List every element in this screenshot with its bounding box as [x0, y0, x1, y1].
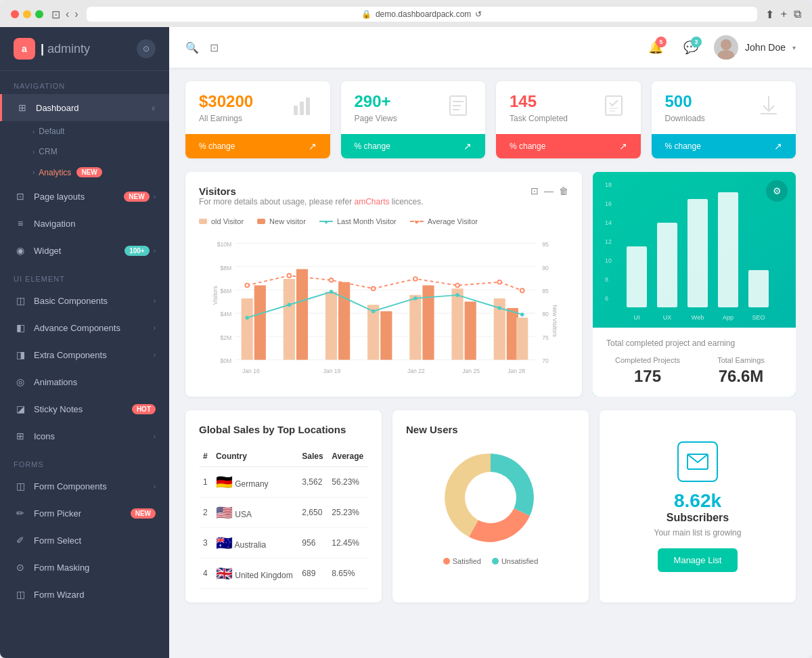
earnings-footer[interactable]: % change ↗ [185, 134, 330, 158]
row-avg: 12.45% [328, 528, 368, 558]
sidebar-item-label-form-wizard: Form Wizard [34, 590, 156, 600]
subscribers-count: 8.62k [674, 490, 721, 512]
new-tab-icon[interactable]: + [781, 8, 787, 21]
svg-point-52 [413, 297, 418, 301]
gear-button[interactable]: ⚙ [766, 180, 788, 202]
sidebar-item-label-form-picker: Form Picker [34, 508, 131, 519]
sidebar-sub-item-analytics[interactable]: › Analytics NEW [0, 162, 169, 183]
svg-point-55 [520, 313, 524, 317]
content-grid: Visitors For more details about usage, p… [185, 172, 796, 397]
browser-dot-green[interactable] [35, 10, 43, 18]
svg-rect-77 [627, 246, 647, 307]
svg-text:Jan 25: Jan 25 [462, 368, 480, 374]
svg-point-0 [721, 39, 731, 50]
sidebar-item-label-dashboard: Dashboard [36, 103, 151, 113]
sidebar-sub-item-default[interactable]: › Default [0, 121, 169, 141]
total-earnings-value: 76.6M [700, 367, 782, 386]
chevron-right-icon-extra: › [154, 351, 156, 359]
sidebar-toggle-button[interactable]: ⊙ [137, 39, 156, 58]
legend-label-last-month: Last Month Visitor [337, 217, 397, 225]
search-button[interactable]: 🔍 [185, 41, 199, 54]
svg-text:UX: UX [663, 314, 672, 321]
svg-text:80: 80 [542, 311, 549, 317]
chart-minimize-icon[interactable]: — [544, 185, 554, 196]
sidebar-item-icons[interactable]: ⊞ Icons › [0, 422, 169, 449]
form-masking-icon: ⊙ [14, 561, 27, 574]
app-container: a | adminty ⊙ Navigation ⊞ Dashboard ∨ ›… [0, 27, 812, 658]
svg-point-51 [371, 309, 376, 313]
expand-button[interactable]: ⊡ [210, 41, 219, 54]
chart-expand-icon[interactable]: ⊡ [531, 185, 539, 196]
chart-delete-icon[interactable]: 🗑 [559, 185, 568, 196]
sales-table-header-row: # Country Sales Average [199, 446, 368, 467]
sidebar-item-form-picker[interactable]: ✏ Form Picker NEW [0, 500, 169, 527]
svg-text:12: 12 [605, 238, 612, 245]
amcharts-link[interactable]: amCharts [354, 197, 389, 206]
browser-dot-yellow[interactable] [23, 10, 31, 18]
svg-point-59 [371, 286, 376, 290]
row-num: 1 [199, 467, 212, 498]
tasks-footer[interactable]: % change ↗ [496, 134, 641, 158]
sidebar-sub-item-crm[interactable]: › CRM [0, 141, 169, 162]
svg-text:New Visitors: New Visitors [551, 305, 558, 337]
main-content: 🔍 ⊡ 🔔 5 💬 3 John Doe ▾ [169, 27, 812, 658]
sidebar-sub-label-crm: CRM [39, 147, 57, 156]
subscribers-card: 8.62k Subscribers Your main list is grow… [600, 410, 796, 602]
sidebar-item-form-masking[interactable]: ⊙ Form Masking [0, 554, 169, 581]
sidebar-item-form-components[interactable]: ◫ Form Components › [0, 473, 169, 500]
svg-text:SEO: SEO [752, 314, 765, 321]
sidebar-item-page-layouts[interactable]: ⊡ Page layouts NEW › [0, 183, 169, 210]
messages-button[interactable]: 💬 3 [679, 35, 703, 60]
messages-badge: 3 [691, 37, 702, 47]
row-num: 3 [199, 528, 212, 558]
chart-legend: old Visitor New visitor Last Month Visit… [199, 217, 568, 225]
chevron-right-icon-icons: › [154, 433, 156, 440]
sidebar-toggle-icon[interactable]: ⊡ [51, 8, 60, 21]
svg-rect-43 [451, 288, 463, 359]
sidebar-item-label-advance-components: Advance Components [34, 323, 154, 333]
user-dropdown-chevron: ▾ [792, 44, 796, 51]
satisfied-label: Satisfied [453, 557, 481, 565]
browser-dot-red[interactable] [11, 10, 19, 18]
visitors-chart-card: Visitors For more details about usage, p… [185, 172, 582, 397]
svg-rect-2 [294, 106, 298, 115]
svg-point-87 [465, 472, 516, 523]
sidebar-item-form-wizard[interactable]: ◫ Form Wizard [0, 581, 169, 608]
sidebar-item-animations[interactable]: ◎ Animations [0, 368, 169, 395]
reload-icon[interactable]: ↺ [475, 9, 482, 19]
back-icon[interactable]: ‹ [66, 8, 69, 21]
row-avg: 25.23% [328, 498, 368, 528]
sidebar-item-dashboard[interactable]: ⊞ Dashboard ∨ [0, 94, 169, 121]
table-row: 2 🇺🇸 USA 2,650 25.23% [199, 498, 368, 528]
svg-rect-41 [409, 295, 421, 360]
svg-point-58 [330, 278, 334, 282]
sidebar-item-widget[interactable]: ◉ Widget 100+ › [0, 237, 169, 264]
browser-dots [11, 10, 43, 18]
svg-rect-34 [254, 286, 266, 360]
sidebar-item-label-basic-components: Basic Components [34, 296, 154, 306]
right-panel: ⚙ 18 16 [593, 172, 796, 397]
svg-rect-36 [296, 269, 308, 360]
forward-icon[interactable]: › [74, 8, 78, 21]
sidebar-item-basic-components[interactable]: ◫ Basic Components › [0, 287, 169, 314]
total-earnings-stat: Total Earnings 76.6M [700, 356, 782, 386]
sidebar-item-form-select[interactable]: ✐ Form Select [0, 527, 169, 554]
new-window-icon[interactable]: ⧉ [794, 8, 801, 21]
sidebar-item-navigation[interactable]: ≡ Navigation [0, 210, 169, 237]
browser-controls: ⊡ ‹ › [51, 8, 78, 21]
sidebar-item-extra-components[interactable]: ◨ Extra Components › [0, 341, 169, 368]
row-country: 🇩🇪 Germany [212, 467, 298, 498]
svg-text:$4M: $4M [220, 311, 231, 317]
pageviews-footer[interactable]: % change ↗ [341, 134, 486, 158]
manage-list-button[interactable]: Manage List [658, 548, 738, 572]
svg-rect-37 [325, 292, 337, 359]
sidebar-item-sticky-notes[interactable]: ◪ Sticky Notes HOT [0, 395, 169, 422]
share-icon[interactable]: ⬆ [765, 8, 774, 21]
svg-point-48 [245, 315, 249, 320]
browser-titlebar: ⊡ ‹ › 🔒 demo.dashboardpack.com ↺ ⬆ + ⧉ [11, 7, 801, 22]
notifications-button[interactable]: 🔔 5 [644, 35, 668, 60]
sidebar-item-advance-components[interactable]: ◧ Advance Components › [0, 314, 169, 341]
downloads-footer[interactable]: % change ↗ [652, 134, 796, 158]
earnings-value: $30200 [199, 92, 253, 111]
user-profile[interactable]: John Doe ▾ [714, 35, 796, 60]
